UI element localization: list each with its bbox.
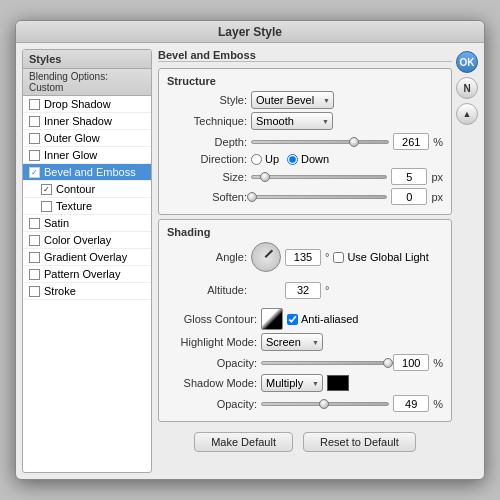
sidebar-item-gradient-overlay[interactable]: Gradient Overlay: [23, 249, 151, 266]
bevel-emboss-section-title: Bevel and Emboss: [158, 49, 452, 62]
shadow-opacity-label: Opacity:: [167, 398, 257, 410]
contour-label: Contour: [56, 183, 95, 195]
shadow-mode-select[interactable]: Multiply Normal Screen: [261, 374, 323, 392]
sidebar-item-texture[interactable]: Texture: [23, 198, 151, 215]
stroke-checkbox[interactable]: [29, 286, 40, 297]
inner-shadow-label: Inner Shadow: [44, 115, 112, 127]
highlight-mode-select[interactable]: Screen Normal Multiply: [261, 333, 323, 351]
sidebar-item-contour[interactable]: ✓ Contour: [23, 181, 151, 198]
shading-section: Shading Angle: ° Use Global Light: [158, 219, 452, 422]
soften-row: Soften: px: [167, 188, 443, 205]
shadow-mode-label: Shadow Mode:: [167, 377, 257, 389]
cancel-button[interactable]: N: [456, 77, 478, 99]
sidebar-item-bevel-emboss[interactable]: ✓ Bevel and Emboss: [23, 164, 151, 181]
highlight-opacity-row: Opacity: %: [167, 354, 443, 371]
satin-checkbox[interactable]: [29, 218, 40, 229]
global-light-checkbox[interactable]: [333, 252, 344, 263]
sidebar-item-outer-glow[interactable]: Outer Glow: [23, 130, 151, 147]
inner-glow-checkbox[interactable]: [29, 150, 40, 161]
shadow-mode-select-wrapper[interactable]: Multiply Normal Screen: [261, 374, 323, 392]
soften-unit: px: [431, 191, 443, 203]
pattern-overlay-checkbox[interactable]: [29, 269, 40, 280]
shadow-opacity-thumb[interactable]: [319, 399, 329, 409]
sidebar-item-pattern-overlay[interactable]: Pattern Overlay: [23, 266, 151, 283]
drop-shadow-label: Drop Shadow: [44, 98, 111, 110]
sidebar-item-drop-shadow[interactable]: Drop Shadow: [23, 96, 151, 113]
sidebar-header: Styles: [23, 50, 151, 69]
direction-up-radio[interactable]: [251, 154, 262, 165]
depth-label: Depth:: [167, 136, 247, 148]
shadow-opacity-slider[interactable]: [261, 402, 389, 406]
soften-slider-thumb[interactable]: [247, 192, 257, 202]
angle-input[interactable]: [285, 249, 321, 266]
highlight-mode-select-wrapper[interactable]: Screen Normal Multiply: [261, 333, 323, 351]
direction-label: Direction:: [167, 153, 247, 165]
main-panel: Bevel and Emboss Structure Style: Outer …: [158, 49, 478, 473]
altitude-input[interactable]: [285, 282, 321, 299]
outer-glow-checkbox[interactable]: [29, 133, 40, 144]
soften-slider[interactable]: [251, 195, 387, 199]
bevel-emboss-label: Bevel and Emboss: [44, 166, 136, 178]
style-select-wrapper[interactable]: Outer Bevel Inner Bevel Emboss: [251, 91, 334, 109]
new-button[interactable]: ▲: [456, 103, 478, 125]
altitude-unit: °: [325, 284, 329, 296]
gloss-contour-thumb[interactable]: [261, 308, 283, 330]
sidebar-item-stroke[interactable]: Stroke: [23, 283, 151, 300]
technique-select-wrapper[interactable]: Smooth Chisel Hard Chisel Soft: [251, 112, 333, 130]
drop-shadow-checkbox[interactable]: [29, 99, 40, 110]
depth-slider[interactable]: [251, 140, 389, 144]
make-default-button[interactable]: Make Default: [194, 432, 293, 452]
right-buttons-panel: OK N ▲: [456, 49, 478, 456]
ok-button[interactable]: OK: [456, 51, 478, 73]
bevel-emboss-checkbox[interactable]: ✓: [29, 167, 40, 178]
direction-up-option[interactable]: Up: [251, 153, 279, 165]
color-overlay-checkbox[interactable]: [29, 235, 40, 246]
technique-label: Technique:: [167, 115, 247, 127]
style-select[interactable]: Outer Bevel Inner Bevel Emboss: [251, 91, 334, 109]
soften-input[interactable]: [391, 188, 427, 205]
texture-checkbox[interactable]: [41, 201, 52, 212]
gloss-contour-row: Gloss Contour: Anti-aliased: [167, 308, 443, 330]
angle-dial[interactable]: [251, 242, 281, 272]
size-slider[interactable]: [251, 175, 387, 179]
satin-label: Satin: [44, 217, 69, 229]
highlight-opacity-slider[interactable]: [261, 361, 389, 365]
direction-up-label: Up: [265, 153, 279, 165]
angle-label: Angle:: [167, 251, 247, 263]
anti-aliased-checkbox[interactable]: [287, 314, 298, 325]
sidebar-item-inner-shadow[interactable]: Inner Shadow: [23, 113, 151, 130]
depth-input[interactable]: [393, 133, 429, 150]
size-unit: px: [431, 171, 443, 183]
direction-down-option[interactable]: Down: [287, 153, 329, 165]
technique-select[interactable]: Smooth Chisel Hard Chisel Soft: [251, 112, 333, 130]
shadow-opacity-unit: %: [433, 398, 443, 410]
highlight-opacity-input[interactable]: [393, 354, 429, 371]
size-input[interactable]: [391, 168, 427, 185]
highlight-opacity-thumb[interactable]: [383, 358, 393, 368]
direction-down-label: Down: [301, 153, 329, 165]
window-title: Layer Style: [218, 25, 282, 39]
blending-options-label[interactable]: Blending Options: Custom: [23, 69, 151, 96]
global-light-option[interactable]: Use Global Light: [333, 251, 428, 263]
gradient-overlay-checkbox[interactable]: [29, 252, 40, 263]
shadow-color-swatch[interactable]: [327, 375, 349, 391]
contour-checkbox[interactable]: ✓: [41, 184, 52, 195]
sidebar-item-satin[interactable]: Satin: [23, 215, 151, 232]
inner-shadow-checkbox[interactable]: [29, 116, 40, 127]
stroke-label: Stroke: [44, 285, 76, 297]
technique-row: Technique: Smooth Chisel Hard Chisel Sof…: [167, 112, 443, 130]
footer-buttons: Make Default Reset to Default: [158, 426, 452, 456]
anti-aliased-option[interactable]: Anti-aliased: [287, 313, 358, 325]
sidebar-item-inner-glow[interactable]: Inner Glow: [23, 147, 151, 164]
sidebar-item-color-overlay[interactable]: Color Overlay: [23, 232, 151, 249]
anti-aliased-label: Anti-aliased: [301, 313, 358, 325]
sidebar: Styles Blending Options: Custom Drop Sha…: [22, 49, 152, 473]
depth-unit: %: [433, 136, 443, 148]
texture-label: Texture: [56, 200, 92, 212]
shadow-opacity-input[interactable]: [393, 395, 429, 412]
size-slider-thumb[interactable]: [260, 172, 270, 182]
depth-slider-thumb[interactable]: [349, 137, 359, 147]
highlight-mode-row: Highlight Mode: Screen Normal Multiply: [167, 333, 443, 351]
direction-down-radio[interactable]: [287, 154, 298, 165]
reset-to-default-button[interactable]: Reset to Default: [303, 432, 416, 452]
